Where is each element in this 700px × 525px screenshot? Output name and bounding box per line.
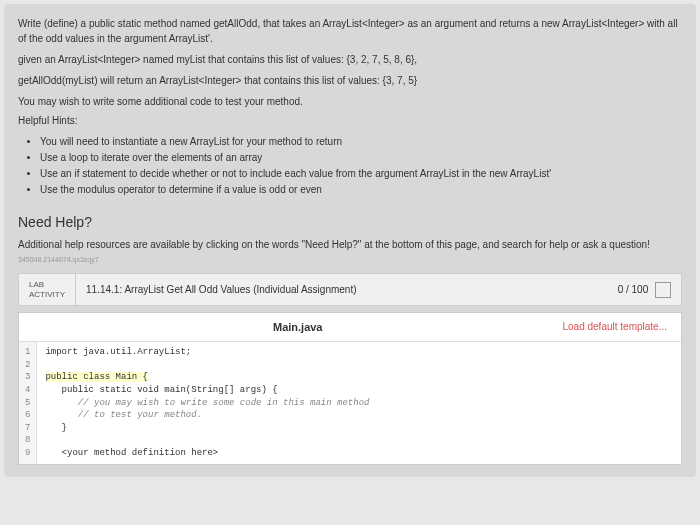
need-help-text: Additional help resources are available … [18,238,682,252]
filename-label: Main.java [33,321,562,333]
hints-list: You will need to instantiate a new Array… [18,134,682,198]
code-editor: Main.java Load default template... 12345… [18,312,682,464]
activity-label-line2: ACTIVITY [29,290,65,300]
activity-label: LAB ACTIVITY [19,274,76,305]
hint-item: You will need to instantiate a new Array… [40,134,682,150]
need-help-title: Need Help? [18,214,682,230]
hint-item: Use an if statement to decide whether or… [40,166,682,182]
code-area[interactable]: 123456789 import java.util.ArrayList; pu… [19,342,681,463]
tiny-id: 345048.2144674.qx3zqy7 [18,256,682,263]
activity-label-line1: LAB [29,280,65,290]
activity-bar: LAB ACTIVITY 11.14.1: ArrayList Get All … [18,273,682,306]
instruction-p3: getAllOdd(myList) will return an ArrayLi… [18,73,682,88]
line-numbers: 123456789 [19,342,37,463]
instruction-p1: Write (define) a public static method na… [18,16,682,46]
load-default-template-link[interactable]: Load default template... [562,321,667,333]
instruction-p4: You may wish to write some additional co… [18,94,682,109]
code-content[interactable]: import java.util.ArrayList; public class… [37,342,377,463]
hint-item: Use a loop to iterate over the elements … [40,150,682,166]
hint-item: Use the modulus operator to determine if… [40,182,682,198]
instruction-p2: given an ArrayList<Integer> named myList… [18,52,682,67]
score-box-icon [655,282,671,298]
hints-title: Helpful Hints: [18,115,682,126]
activity-score: 0 / 100 [608,276,681,304]
activity-title: 11.14.1: ArrayList Get All Odd Values (I… [76,278,608,301]
